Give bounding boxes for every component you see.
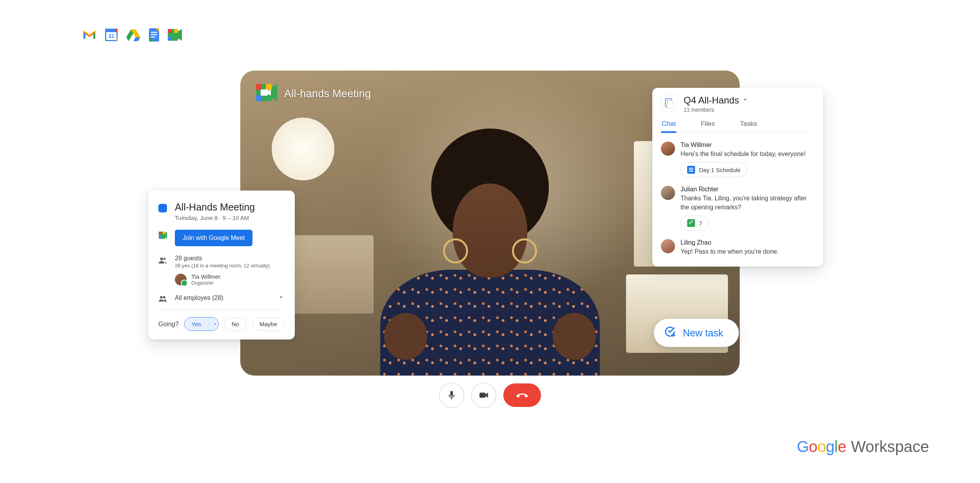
chevron-down-icon <box>278 294 285 302</box>
svg-rect-6 <box>151 36 155 38</box>
doc-icon <box>687 166 695 174</box>
meet-app-icon <box>256 84 277 104</box>
svg-text:31: 31 <box>108 33 114 39</box>
svg-rect-1 <box>105 29 117 32</box>
docs-icon <box>149 28 159 42</box>
reaction-count: 7 <box>699 220 702 227</box>
space-title: Q4 All-Hands <box>684 95 739 106</box>
space-title-row[interactable]: Q4 All-Hands <box>684 95 815 106</box>
message-sender: Tia Willmer <box>681 142 815 149</box>
chat-message: Julian Richter Thanks Tia. Liling, you'r… <box>661 186 815 231</box>
space-tabs: Chat Files Tasks <box>661 120 815 133</box>
message-sender: Liling Zhao <box>681 239 815 246</box>
space-avatar-icon <box>661 95 678 112</box>
tab-files[interactable]: Files <box>700 120 716 133</box>
hangup-button[interactable] <box>503 383 541 407</box>
guest-group-label: All employes (28) <box>175 294 270 301</box>
organizer-avatar <box>175 274 187 285</box>
calendar-event-card: All-Hands Meeting Tuesday, June 8 · 9 – … <box>148 191 295 340</box>
workspace-wordmark: Workspace <box>851 438 929 456</box>
rsvp-yes-label: Yes <box>185 318 208 330</box>
participant-video <box>365 125 615 376</box>
camera-button[interactable] <box>471 383 496 408</box>
tab-chat[interactable]: Chat <box>661 120 677 133</box>
event-title: All-Hands Meeting <box>175 202 255 213</box>
guests-count: 28 guests <box>175 255 270 262</box>
guest-group-row[interactable]: All employes (28) <box>158 293 285 303</box>
rsvp-maybe-button[interactable]: Maybe <box>252 317 285 331</box>
rsvp-no-button[interactable]: No <box>224 317 247 331</box>
event-datetime: Tuesday, June 8 · 9 – 10 AM <box>175 214 255 221</box>
group-icon <box>158 294 167 303</box>
mute-button[interactable] <box>439 383 464 408</box>
avatar <box>661 239 675 253</box>
new-task-label: New task <box>683 327 723 339</box>
meet-icon <box>158 231 167 240</box>
svg-point-11 <box>160 258 163 260</box>
event-color-dot <box>158 204 167 212</box>
gmail-icon <box>82 29 96 40</box>
svg-rect-23 <box>479 393 485 398</box>
rsvp-label: Going? <box>158 321 179 328</box>
chat-space-panel: Q4 All-Hands 11 members Chat Files Tasks… <box>652 88 823 267</box>
google-wordmark: Google <box>797 438 846 456</box>
svg-point-13 <box>160 296 162 298</box>
avatar <box>661 142 675 156</box>
rsvp-yes-button[interactable]: Yes <box>184 317 219 331</box>
join-meet-button[interactable]: Join with Google Meet <box>175 230 252 246</box>
guests-detail: 28 yes (16 in a meeting room, 12 virtual… <box>175 263 270 269</box>
caret-down-icon <box>742 96 748 104</box>
svg-point-12 <box>163 258 166 260</box>
svg-rect-9 <box>261 89 268 96</box>
chat-message: Liling Zhao Yep! Pass to me when you're … <box>661 239 815 256</box>
check-icon <box>687 219 695 227</box>
message-sender: Julian Richter <box>681 186 815 193</box>
guests-icon <box>158 256 167 265</box>
message-text: Thanks Tia. Liling, you're taking strate… <box>681 194 815 212</box>
svg-point-14 <box>163 296 165 298</box>
message-text: Here's the final schedule for today, eve… <box>681 150 815 158</box>
calendar-icon: 31 <box>105 29 118 41</box>
doc-chip[interactable]: Day 1 Schedule <box>681 162 747 177</box>
new-task-button[interactable]: New task <box>654 319 739 347</box>
svg-rect-22 <box>451 398 452 399</box>
meet-controls <box>439 383 541 408</box>
google-workspace-logo: Google Workspace <box>797 438 929 456</box>
meet-icon <box>168 29 182 41</box>
workspace-app-row: 31 <box>82 28 182 42</box>
space-members: 11 members <box>684 107 815 113</box>
message-text: Yep! Pass to me when you're done. <box>681 247 815 256</box>
rsvp-yes-dropdown-icon[interactable] <box>208 318 219 330</box>
reaction-chip[interactable]: 7 <box>681 216 709 231</box>
drive-icon <box>126 29 140 41</box>
new-task-icon <box>664 326 676 340</box>
tab-tasks[interactable]: Tasks <box>739 120 758 133</box>
chat-message: Tia Willmer Here's the final schedule fo… <box>661 142 815 177</box>
doc-chip-label: Day 1 Schedule <box>699 167 740 173</box>
svg-rect-4 <box>151 32 157 33</box>
meet-overlay-title: All-hands Meeting <box>284 88 371 100</box>
svg-rect-5 <box>151 34 157 35</box>
organizer-name: Tia Willmer <box>191 273 220 280</box>
avatar <box>661 186 675 200</box>
organizer-role: Organizer <box>191 280 220 286</box>
svg-rect-19 <box>668 101 674 108</box>
